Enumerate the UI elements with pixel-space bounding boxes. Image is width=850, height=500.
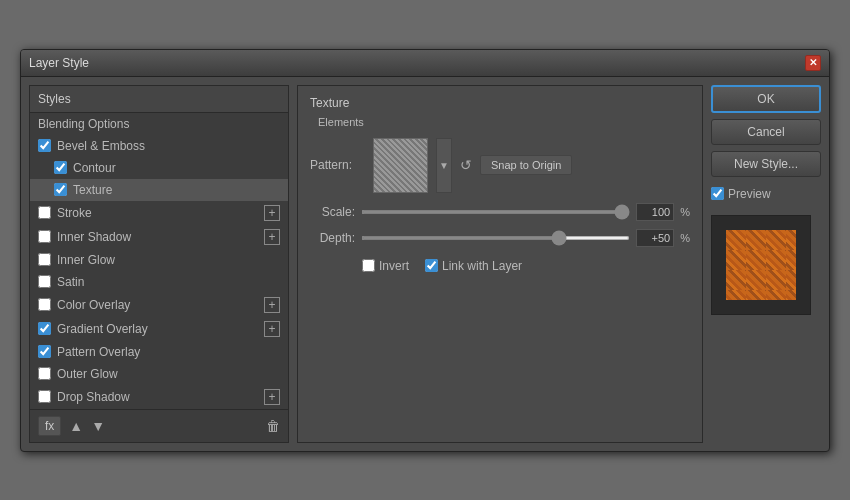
invert-label: Invert <box>379 259 409 273</box>
texture-label: Texture <box>73 183 112 197</box>
texture-section-title: Texture <box>310 96 690 110</box>
left-panel: Styles Blending Options Bevel & Emboss C… <box>29 85 289 443</box>
link-with-layer-option[interactable]: Link with Layer <box>425 259 522 273</box>
link-with-layer-label: Link with Layer <box>442 259 522 273</box>
color-overlay-label: Color Overlay <box>57 298 130 312</box>
ok-button[interactable]: OK <box>711 85 821 113</box>
color-overlay-checkbox[interactable] <box>38 298 51 311</box>
dialog-body: Styles Blending Options Bevel & Emboss C… <box>21 77 829 451</box>
scale-row: Scale: 100 % <box>310 203 690 221</box>
sidebar-item-outer-glow[interactable]: Outer Glow <box>30 363 288 385</box>
sidebar-item-inner-shadow[interactable]: Inner Shadow + <box>30 225 288 249</box>
middle-panel: Texture Elements Pattern: ▼ ↺ Snap to Or… <box>297 85 703 443</box>
scale-label: Scale: <box>310 205 355 219</box>
stroke-label: Stroke <box>57 206 92 220</box>
fx-button[interactable]: fx <box>38 416 61 436</box>
drop-shadow-label: Drop Shadow <box>57 390 130 404</box>
preview-checkbox[interactable] <box>711 187 724 200</box>
blending-options-label: Blending Options <box>38 117 129 131</box>
preview-option[interactable]: Preview <box>711 187 821 201</box>
sidebar-item-texture[interactable]: Texture <box>30 179 288 201</box>
preview-label: Preview <box>728 187 771 201</box>
sidebar-item-pattern-overlay[interactable]: Pattern Overlay <box>30 341 288 363</box>
inner-shadow-add-button[interactable]: + <box>264 229 280 245</box>
invert-checkbox[interactable] <box>362 259 375 272</box>
satin-label: Satin <box>57 275 84 289</box>
bevel-emboss-label: Bevel & Emboss <box>57 139 145 153</box>
contour-checkbox[interactable] <box>54 161 67 174</box>
depth-label: Depth: <box>310 231 355 245</box>
depth-value: +50 <box>636 229 674 247</box>
left-panel-footer: fx ▲ ▼ 🗑 <box>30 409 288 442</box>
styles-header: Styles <box>30 86 288 113</box>
drop-shadow-add-button[interactable]: + <box>264 389 280 405</box>
snap-to-origin-button[interactable]: Snap to Origin <box>480 155 572 175</box>
sidebar-item-inner-glow[interactable]: Inner Glow <box>30 249 288 271</box>
sidebar-item-bevel-emboss[interactable]: Bevel & Emboss <box>30 135 288 157</box>
color-overlay-add-button[interactable]: + <box>264 297 280 313</box>
pattern-preview <box>373 138 428 193</box>
depth-slider[interactable] <box>361 236 630 240</box>
layer-style-dialog: Layer Style ✕ Styles Blending Options Be… <box>20 49 830 452</box>
pattern-overlay-checkbox[interactable] <box>38 345 51 358</box>
move-down-button[interactable]: ▼ <box>91 418 105 434</box>
satin-checkbox[interactable] <box>38 275 51 288</box>
gradient-overlay-label: Gradient Overlay <box>57 322 148 336</box>
scale-slider[interactable] <box>361 210 630 214</box>
sidebar-item-drop-shadow[interactable]: Drop Shadow + <box>30 385 288 409</box>
right-panel: OK Cancel New Style... Preview <box>711 85 821 443</box>
depth-row: Depth: +50 % <box>310 229 690 247</box>
sidebar-item-stroke[interactable]: Stroke + <box>30 201 288 225</box>
preview-area <box>711 215 811 315</box>
link-with-layer-checkbox[interactable] <box>425 259 438 272</box>
move-up-button[interactable]: ▲ <box>69 418 83 434</box>
scale-unit: % <box>680 206 690 218</box>
cancel-button[interactable]: Cancel <box>711 119 821 145</box>
outer-glow-label: Outer Glow <box>57 367 118 381</box>
sidebar-item-blending-options[interactable]: Blending Options <box>30 113 288 135</box>
sidebar-item-contour[interactable]: Contour <box>30 157 288 179</box>
scale-value: 100 <box>636 203 674 221</box>
bevel-emboss-checkbox[interactable] <box>38 139 51 152</box>
texture-section-subtitle: Elements <box>310 116 690 128</box>
preview-texture <box>726 230 796 300</box>
inner-glow-checkbox[interactable] <box>38 253 51 266</box>
drop-shadow-checkbox[interactable] <box>38 390 51 403</box>
texture-checkbox[interactable] <box>54 183 67 196</box>
pattern-overlay-label: Pattern Overlay <box>57 345 140 359</box>
sidebar-item-color-overlay[interactable]: Color Overlay + <box>30 293 288 317</box>
stroke-add-button[interactable]: + <box>264 205 280 221</box>
pattern-label: Pattern: <box>310 158 365 172</box>
sidebar-item-satin[interactable]: Satin <box>30 271 288 293</box>
inner-shadow-checkbox[interactable] <box>38 230 51 243</box>
sidebar-item-gradient-overlay[interactable]: Gradient Overlay + <box>30 317 288 341</box>
inner-glow-label: Inner Glow <box>57 253 115 267</box>
options-row: Invert Link with Layer <box>310 259 690 273</box>
close-button[interactable]: ✕ <box>805 55 821 71</box>
dialog-title: Layer Style <box>29 56 89 70</box>
pattern-dropdown-button[interactable]: ▼ <box>436 138 452 193</box>
stroke-checkbox[interactable] <box>38 206 51 219</box>
invert-option[interactable]: Invert <box>362 259 409 273</box>
gradient-overlay-add-button[interactable]: + <box>264 321 280 337</box>
gradient-overlay-checkbox[interactable] <box>38 322 51 335</box>
outer-glow-checkbox[interactable] <box>38 367 51 380</box>
pattern-reset-icon[interactable]: ↺ <box>460 157 472 173</box>
depth-unit: % <box>680 232 690 244</box>
delete-button[interactable]: 🗑 <box>266 418 280 434</box>
new-style-button[interactable]: New Style... <box>711 151 821 177</box>
inner-shadow-label: Inner Shadow <box>57 230 131 244</box>
title-bar: Layer Style ✕ <box>21 50 829 77</box>
pattern-row: Pattern: ▼ ↺ Snap to Origin <box>310 138 690 193</box>
contour-label: Contour <box>73 161 116 175</box>
